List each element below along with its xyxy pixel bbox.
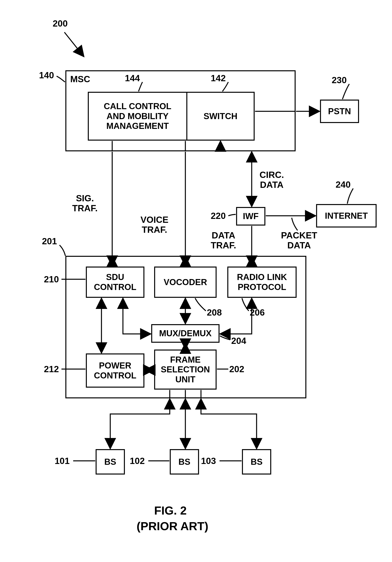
vocoder-label: VOCODER: [164, 277, 207, 287]
data-traf-label: DATA TRAF.: [211, 230, 236, 250]
sdu-control-label: SDU CONTROL: [94, 272, 136, 292]
rlp-box: RADIO LINK PROTOCOL: [227, 267, 297, 298]
bs-label-2: BS: [178, 457, 190, 467]
power-control-label: POWER CONTROL: [94, 361, 136, 380]
bs-ref-1: 101: [55, 456, 70, 466]
figure-subtitle: (PRIOR ART): [137, 519, 208, 533]
rlp-ref: 206: [250, 307, 265, 317]
bs-box-3: BS: [242, 449, 271, 475]
pstn-label: PSTN: [328, 106, 351, 116]
msc-ref: 140: [39, 70, 54, 80]
pstn-ref: 230: [332, 75, 347, 85]
msc-label: MSC: [70, 74, 90, 84]
bs-ref-2: 102: [130, 456, 145, 466]
mux-box: MUX/DEMUX: [151, 324, 220, 343]
call-control-ref: 144: [125, 73, 140, 83]
sdu-control-box: SDU CONTROL: [86, 267, 144, 298]
power-control-box: POWER CONTROL: [86, 353, 144, 388]
circ-data-label: CIRC. DATA: [259, 170, 284, 190]
iwf-label: IWF: [243, 211, 259, 221]
call-control-label: CALL CONTROL AND MOBILITY MANAGEMENT: [104, 101, 171, 131]
internet-label: INTERNET: [325, 211, 368, 221]
fsu-box: FRAME SELECTION UNIT: [154, 350, 217, 390]
bs-ref-3: 103: [201, 456, 216, 466]
switch-ref: 142: [211, 73, 226, 83]
internet-box: INTERNET: [316, 204, 377, 227]
fsu-ref: 202: [229, 364, 244, 374]
sdu-control-ref: 210: [44, 274, 59, 284]
fsu-label: FRAME SELECTION UNIT: [161, 355, 210, 385]
mux-ref: 204: [231, 336, 246, 346]
vocoder-box: VOCODER: [154, 267, 217, 298]
sdu-group-ref: 201: [42, 236, 57, 246]
call-control-box: CALL CONTROL AND MOBILITY MANAGEMENT: [88, 92, 187, 140]
pstn-box: PSTN: [320, 100, 359, 123]
voice-traf-label: VOICE TRAF.: [140, 215, 168, 234]
fig-ref: 200: [53, 19, 68, 28]
iwf-box: IWF: [236, 207, 265, 225]
svg-line-0: [64, 32, 84, 57]
figure-title: FIG. 2: [154, 504, 187, 517]
internet-ref: 240: [336, 180, 351, 190]
bs-label-1: BS: [104, 457, 116, 467]
power-control-ref: 212: [44, 364, 59, 374]
iwf-ref: 220: [211, 211, 226, 221]
mux-label: MUX/DEMUX: [159, 328, 212, 339]
vocoder-ref: 208: [207, 307, 222, 317]
packet-data-label: PACKET DATA: [281, 230, 317, 250]
bs-box-1: BS: [96, 449, 125, 475]
switch-label: SWITCH: [203, 111, 237, 121]
bs-label-3: BS: [251, 457, 262, 467]
switch-box: SWITCH: [186, 92, 255, 140]
sig-traf-label: SIG. TRAF.: [72, 193, 98, 213]
bs-box-2: BS: [170, 449, 199, 475]
rlp-label: RADIO LINK PROTOCOL: [237, 272, 287, 292]
